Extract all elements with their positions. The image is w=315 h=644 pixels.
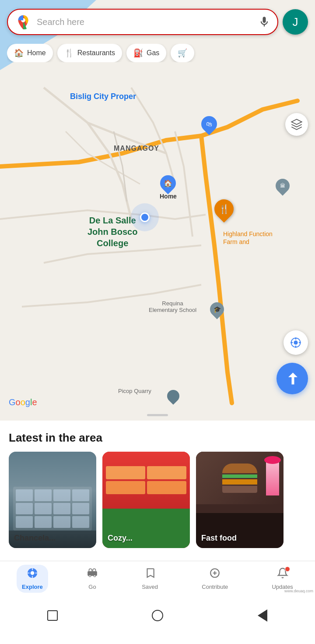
search-placeholder: Search here [37,17,253,27]
nav-updates[interactable]: Updates [266,565,298,593]
place-card-1[interactable]: Chancela... [9,452,96,548]
go-label: Go [88,584,96,590]
card-2-label: Cozy... [108,534,133,543]
search-bar[interactable]: Search here [7,9,278,35]
map-background [0,0,315,421]
watermark: www.deuaq.com [284,589,313,593]
android-circle-icon [152,610,163,621]
search-container: Search here J [7,9,308,35]
card-1-label: Chancela... [14,534,56,543]
place-card-2[interactable]: Cozy... [102,452,190,548]
svg-point-0 [294,340,298,344]
my-location-button[interactable] [284,330,308,355]
android-back-btn[interactable] [255,608,270,623]
home-pin[interactable]: 🏠 Home [160,175,177,200]
chip-home-label: Home [27,49,46,57]
shopping-pin[interactable]: 🛍 [201,116,217,132]
user-avatar[interactable]: J [283,9,308,35]
updates-icon [277,567,288,582]
school-pin[interactable]: 🎓 [210,302,224,316]
home-chip-icon: 🏠 [14,48,24,58]
nav-saved[interactable]: Saved [136,565,163,593]
contribute-label: Contribute [202,584,228,590]
mic-icon[interactable] [258,16,270,28]
latest-section: Latest in the area [0,421,315,548]
google-branding: Google [9,397,37,407]
category-chips-row: 🏠 Home 🍴 Restaurants ⛽ Gas 🛒 [7,44,315,62]
place-cards-row: Chancela... Cozy... [9,452,306,548]
bottom-nav: Explore Go Saved [0,561,315,596]
nav-explore[interactable]: Explore [17,565,48,593]
saved-label: Saved [142,584,158,590]
chip-restaurants-label: Restaurants [77,49,115,57]
android-square-icon [47,610,58,621]
card-3-label: Fast food [201,534,237,543]
nav-contribute[interactable]: Contribute [196,565,233,593]
android-triangle-icon [258,609,267,622]
gas-chip-icon: ⛽ [133,48,143,58]
place-card-3[interactable]: Fast food [196,452,284,548]
restaurants-chip-icon: 🍴 [64,48,74,58]
bottom-sheet-handle[interactable] [147,414,168,416]
saved-icon [144,567,156,582]
current-location-dot [140,212,150,222]
picop-pin[interactable] [167,390,179,402]
android-home-btn[interactable] [150,608,165,623]
bottom-panel: Latest in the area [0,421,315,644]
svg-point-6 [89,575,91,577]
layer-button[interactable] [285,113,308,136]
latest-title: Latest in the area [9,431,306,445]
directions-fab[interactable] [276,363,308,394]
nav-go[interactable]: Go [81,565,103,593]
cart-chip-icon: 🛒 [178,48,187,58]
contribute-icon [209,567,220,582]
android-nav-bar [0,596,315,644]
map-view[interactable]: Bislig City Proper MANGAGOY De La SalleJ… [0,0,315,421]
chip-gas[interactable]: ⛽ Gas [126,44,166,62]
institution-pin[interactable]: 🏛 [276,179,290,193]
svg-point-7 [94,575,95,577]
android-recent-btn[interactable] [45,608,60,623]
chip-restaurants[interactable]: 🍴 Restaurants [57,44,122,62]
chip-gas-label: Gas [147,49,159,57]
google-maps-logo [15,14,32,30]
explore-label: Explore [22,584,43,590]
explore-icon [27,567,38,582]
chip-home[interactable]: 🏠 Home [7,44,53,62]
restaurant-pin[interactable]: 🍴 [214,199,234,219]
chip-cart[interactable]: 🛒 [171,44,194,62]
go-icon [87,567,98,582]
svg-point-4 [31,571,35,575]
